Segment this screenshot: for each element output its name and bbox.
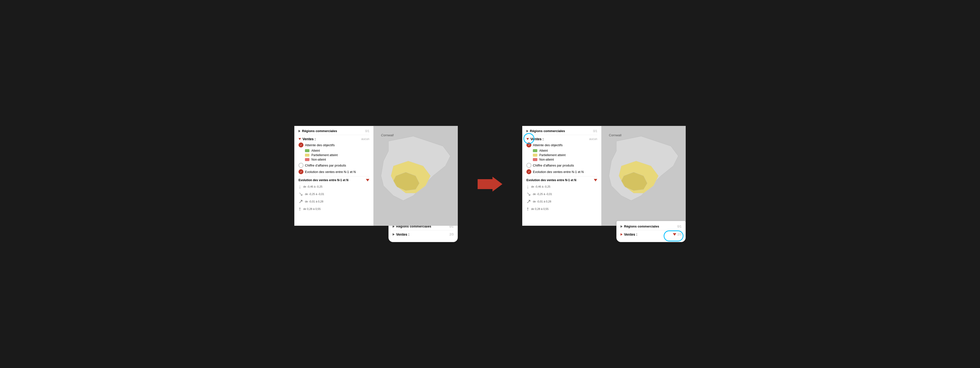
right-ventes-title-group: Ventes : <box>527 137 544 141</box>
divider1 <box>299 135 369 135</box>
left-atteinte-check: ✓ <box>299 142 304 147</box>
divider2 <box>299 176 369 177</box>
right-filter-icon <box>594 179 597 182</box>
left-evolution-label: Evolution des ventes entre N-1 et N <box>305 170 356 174</box>
left-arrow-row2: ↘ de -0,25 à -0,01 <box>299 191 369 197</box>
left-content-row: Régions commerciales 0/1 Ventes : aucun … <box>294 126 458 226</box>
right-arrow2: ↘ <box>527 191 531 197</box>
left-arrow4: ↑ <box>299 206 301 212</box>
left-evo-filter-row: Evolution des ventes entre N-1 et N <box>299 178 369 182</box>
left-map-svg <box>374 126 458 226</box>
right-divider1 <box>527 135 597 135</box>
partiel-label: Partiellement atteint <box>312 153 338 157</box>
right-atteinte-row: ✓ Atteinte des objectifs <box>527 142 597 147</box>
right-atteint-color <box>533 149 537 152</box>
left-evolution-row: ✓ Evolution des ventes entre N-1 et N <box>299 169 369 174</box>
right-arrow-row3: ↗ de -0,01 à 0,28 <box>527 198 597 205</box>
left-map-area: Cornwall <box>374 126 458 226</box>
tooltip-right-ventes-label: Ventes : <box>624 233 637 236</box>
left-arrow-row4: ↑ de 0,28 à 0,55 <box>299 206 369 212</box>
tooltip-right-ventes-triangle <box>620 233 622 236</box>
right-regions-header: Régions commerciales 0/1 <box>527 129 597 133</box>
atteint-label: Atteint <box>312 149 320 152</box>
left-regions-header: Régions commerciales 0/1 <box>299 129 369 133</box>
partiel-color <box>305 154 309 157</box>
left-range4: de 0,28 à 0,55 <box>303 207 321 210</box>
tooltip-divider <box>393 230 453 231</box>
right-partiel-label: Partiellement atteint <box>539 153 566 157</box>
left-arrow-row1: ↓ de -0,46 à -0,25 <box>299 183 369 190</box>
left-panel-group: Régions commerciales 0/1 Ventes : aucun … <box>294 126 458 242</box>
down-triangle-icon <box>299 138 301 140</box>
right-chiffre-circle <box>527 163 531 168</box>
tooltip-right-regions-label: Régions commerciales <box>624 225 659 228</box>
right-non-color <box>533 158 537 161</box>
left-regions-label: Régions commerciales <box>302 129 337 133</box>
right-panel-group: Régions commerciales 0/1 Ventes : aucun … <box>522 126 686 242</box>
right-map-svg <box>601 126 686 226</box>
left-chiffre-circle <box>299 163 304 168</box>
right-evo-sub-label: Evolution des ventes entre N-1 et N <box>527 178 576 182</box>
right-tooltip-container: Régions commerciales 0/1 Ventes : 2/3 <box>522 226 686 242</box>
right-chiffre-label: Chiffre d'affaires par produits <box>533 164 574 167</box>
main-container: Régions commerciales 0/1 Ventes : aucun … <box>285 116 695 252</box>
right-range4: de 0,28 à 0,55 <box>531 207 549 210</box>
left-legend-partiel: Partiellement atteint <box>305 153 369 157</box>
right-legend-atteint: Atteint <box>533 149 597 152</box>
right-tooltip: Régions commerciales 0/1 Ventes : 2/3 <box>616 221 686 242</box>
left-ventes-label: Ventes : <box>302 137 316 141</box>
right-atteint-label: Atteint <box>539 149 548 152</box>
left-arrow1: ↓ <box>299 183 301 190</box>
left-atteinte-row: ✓ Atteinte des objectifs <box>299 142 369 147</box>
right-regions-count: 0/1 <box>593 129 597 133</box>
left-legend-atteint: Atteint <box>305 149 369 152</box>
tooltip-left-ventes-triangle <box>393 233 395 236</box>
right-divider2 <box>527 176 597 177</box>
right-atteinte-check: ✓ <box>527 142 531 147</box>
left-sidebar: Régions commerciales 0/1 Ventes : aucun … <box>294 126 374 226</box>
left-tooltip-container: Régions commerciales 0/1 Ventes : 2/3 <box>294 226 458 242</box>
right-legend-non: Non-atteint <box>533 158 597 161</box>
left-arrow3: ↗ <box>299 198 303 205</box>
left-ventes-title-group: Ventes : <box>299 137 316 141</box>
left-arrow2: ↘ <box>299 191 303 197</box>
left-cornwall-label: Cornwall <box>381 133 394 137</box>
left-range3: de -0,01 à 0,28 <box>305 200 323 203</box>
tooltip-right-ventes-header: Ventes : 2/3 <box>620 233 681 236</box>
right-regions-triangle <box>527 130 528 132</box>
right-triangle-icon <box>299 130 301 132</box>
right-atteinte-label: Atteinte des objectifs <box>533 143 563 147</box>
right-map-area: Cornwall <box>601 126 686 226</box>
right-arrow-row2: ↘ de -0,25 à -0,01 <box>527 191 597 197</box>
left-ventes-count: aucun <box>361 137 369 141</box>
tooltip-right-regions-title: Régions commerciales <box>620 225 659 228</box>
right-range1: de -0,46 à -0,25 <box>531 185 550 188</box>
right-non-label: Non-atteint <box>539 158 554 161</box>
right-sidebar: Régions commerciales 0/1 Ventes : aucun … <box>522 126 601 226</box>
right-arrow-row1: ↓ de -0,46 à -0,25 <box>527 183 597 190</box>
left-ventes-header: Ventes : aucun <box>299 137 369 141</box>
left-chiffre-label: Chiffre d'affaires par produits <box>305 164 346 167</box>
left-evo-sub-label: Evolution des ventes entre N-1 et N <box>299 178 348 182</box>
left-regions-title-group: Régions commerciales <box>299 129 337 133</box>
right-ventes-header: Ventes : aucun <box>527 137 597 141</box>
tooltip-right-count-group: 2/3 <box>673 233 681 236</box>
right-ventes-count: aucun <box>589 137 597 141</box>
right-content-row: Régions commerciales 0/1 Ventes : aucun … <box>522 126 686 226</box>
left-chiffre-row: Chiffre d'affaires par produits <box>299 163 369 168</box>
right-range3: de -0,01 à 0,28 <box>533 200 551 203</box>
right-range2: de -0,25 à -0,01 <box>533 193 552 196</box>
right-chiffre-row: Chiffre d'affaires par produits <box>527 163 597 168</box>
right-regions-title-group: Régions commerciales <box>527 129 565 133</box>
right-down-triangle <box>527 138 529 140</box>
left-range2: de -0,25 à -0,01 <box>305 193 324 196</box>
non-label: Non-atteint <box>312 158 326 161</box>
right-cornwall-label: Cornwall <box>609 133 622 137</box>
right-arrow4: ↑ <box>527 206 529 212</box>
svg-marker-1 <box>477 177 503 191</box>
non-color <box>305 158 309 161</box>
tooltip-right-triangle <box>620 225 622 228</box>
left-range1: de -0,46 à -0,25 <box>303 185 323 188</box>
left-legend-non: Non-atteint <box>305 158 369 161</box>
tooltip-left-ventes-count: 2/3 <box>449 233 453 236</box>
